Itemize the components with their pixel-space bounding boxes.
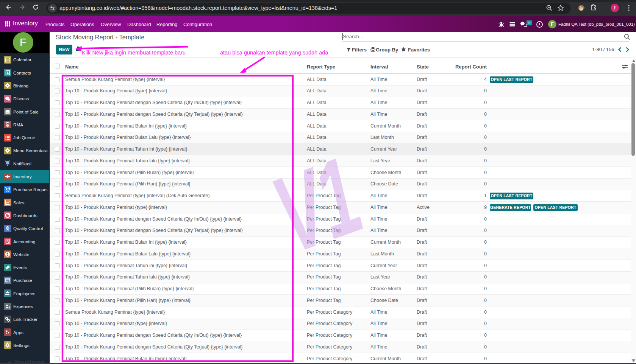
svg-text:$: $: [9, 306, 11, 309]
